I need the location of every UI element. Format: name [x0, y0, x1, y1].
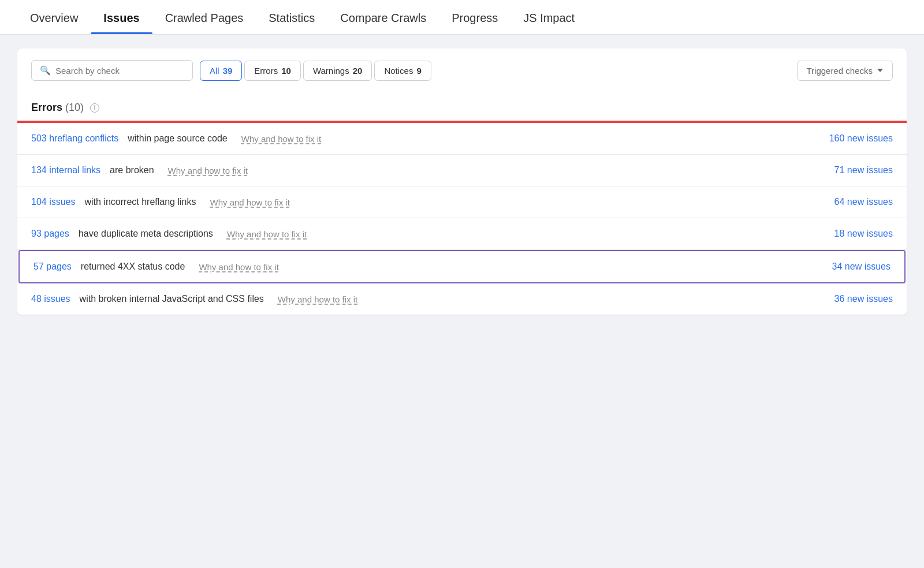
tab-all-label: All — [210, 66, 219, 76]
section-count: (10) — [65, 102, 84, 113]
nav-item-crawled-pages[interactable]: Crawled Pages — [152, 0, 256, 34]
app-container: Overview Issues Crawled Pages Statistics… — [0, 0, 924, 568]
issue-desc-5: with broken internal JavaScript and CSS … — [80, 294, 264, 304]
main-content: 🔍 All 39 Errors 10 Warnings 20 — [0, 35, 924, 328]
issue-row: 93 pages have duplicate meta description… — [17, 218, 907, 250]
issue-row: 503 hreflang conflicts within page sourc… — [17, 123, 907, 155]
why-fix-link-3[interactable]: Why and how to fix it — [227, 229, 307, 239]
new-issues-0: 160 new issues — [829, 133, 893, 144]
nav-item-progress[interactable]: Progress — [439, 0, 511, 34]
issue-desc-4: returned 4XX status code — [81, 261, 185, 272]
issue-link-5[interactable]: 48 issues — [31, 294, 70, 304]
tab-warnings[interactable]: Warnings 20 — [303, 61, 372, 81]
filter-tabs: All 39 Errors 10 Warnings 20 Notices 9 — [200, 61, 431, 81]
tab-notices-count: 9 — [416, 66, 421, 76]
tab-all[interactable]: All 39 — [200, 61, 242, 81]
issue-row: 48 issues with broken internal JavaScrip… — [17, 283, 907, 315]
section-title: Errors (10) i — [31, 102, 99, 113]
tab-errors-label: Errors — [254, 66, 278, 76]
why-fix-link-5[interactable]: Why and how to fix it — [278, 294, 357, 304]
triggered-checks-label: Triggered checks — [807, 66, 873, 76]
why-fix-link-4[interactable]: Why and how to fix it — [199, 262, 278, 272]
tab-notices[interactable]: Notices 9 — [374, 61, 431, 81]
issue-desc-3: have duplicate meta descriptions — [79, 229, 213, 239]
new-issues-5: 36 new issues — [834, 294, 893, 304]
issue-link-0[interactable]: 503 hreflang conflicts — [31, 133, 118, 144]
search-box[interactable]: 🔍 — [31, 60, 193, 81]
info-icon[interactable]: i — [90, 103, 99, 113]
search-icon: 🔍 — [40, 65, 51, 76]
issues-panel: 🔍 All 39 Errors 10 Warnings 20 — [17, 48, 907, 315]
tab-errors[interactable]: Errors 10 — [244, 61, 301, 81]
issue-desc-1: are broken — [110, 165, 154, 175]
tab-warnings-count: 20 — [353, 66, 363, 76]
top-nav: Overview Issues Crawled Pages Statistics… — [0, 0, 924, 35]
nav-item-overview[interactable]: Overview — [17, 0, 91, 34]
tab-all-count: 39 — [223, 66, 233, 76]
tab-notices-label: Notices — [384, 66, 413, 76]
new-issues-3: 18 new issues — [834, 229, 893, 239]
chevron-down-icon — [877, 69, 883, 72]
why-fix-link-1[interactable]: Why and how to fix it — [168, 166, 248, 175]
tab-warnings-label: Warnings — [313, 66, 349, 76]
issue-row-highlighted: 57 pages returned 4XX status code Why an… — [18, 250, 906, 283]
issue-link-4[interactable]: 57 pages — [33, 261, 72, 272]
nav-item-issues[interactable]: Issues — [91, 0, 152, 34]
search-input[interactable] — [55, 66, 171, 76]
issue-desc-0: within page source code — [128, 133, 228, 144]
issue-row: 134 internal links are broken Why and ho… — [17, 155, 907, 186]
issue-link-1[interactable]: 134 internal links — [31, 165, 100, 175]
issue-link-2[interactable]: 104 issues — [31, 197, 76, 207]
nav-item-statistics[interactable]: Statistics — [256, 0, 327, 34]
why-fix-link-2[interactable]: Why and how to fix it — [210, 197, 289, 207]
section-title-text: Errors — [31, 102, 62, 113]
new-issues-1: 71 new issues — [834, 165, 893, 175]
filter-bar: 🔍 All 39 Errors 10 Warnings 20 — [17, 48, 907, 92]
nav-item-js-impact[interactable]: JS Impact — [511, 0, 587, 34]
issue-desc-2: with incorrect hreflang links — [85, 197, 196, 207]
issue-row: 104 issues with incorrect hreflang links… — [17, 186, 907, 218]
why-fix-link-0[interactable]: Why and how to fix it — [241, 134, 321, 144]
errors-section-header: Errors (10) i — [17, 92, 907, 121]
triggered-checks-button[interactable]: Triggered checks — [797, 61, 893, 81]
tab-errors-count: 10 — [281, 66, 291, 76]
issue-link-3[interactable]: 93 pages — [31, 229, 69, 239]
new-issues-2: 64 new issues — [834, 197, 893, 207]
new-issues-4: 34 new issues — [832, 261, 891, 272]
nav-item-compare-crawls[interactable]: Compare Crawls — [327, 0, 439, 34]
